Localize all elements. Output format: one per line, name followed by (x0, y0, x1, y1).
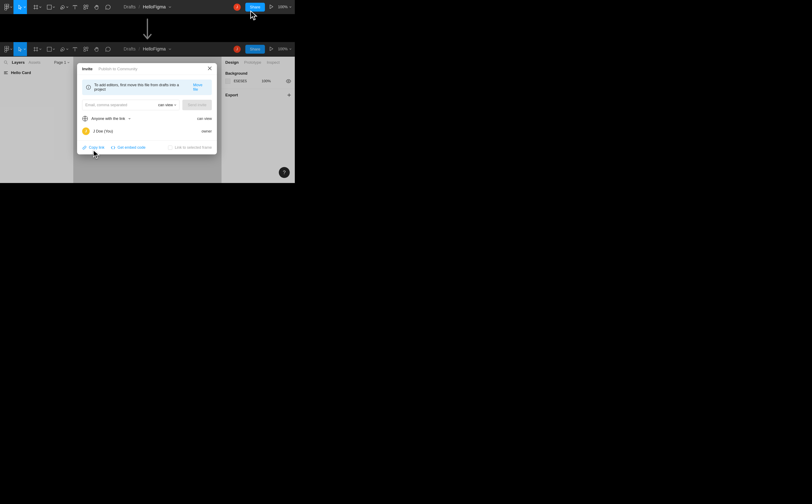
owner-name: J Doe (You) (93, 129, 113, 134)
send-invite-button[interactable]: Send invite (182, 100, 212, 110)
tab-publish[interactable]: Publish to Community (98, 67, 137, 71)
move-file-link[interactable]: Move file (193, 83, 208, 92)
arrow-down-icon (142, 18, 153, 41)
svg-rect-3 (86, 5, 88, 7)
hint-banner: To add editors, first move this file fro… (82, 80, 212, 95)
embed-code-button[interactable]: Get embed code (111, 145, 145, 150)
text-tool[interactable] (69, 0, 80, 14)
hand-tool[interactable] (91, 0, 102, 14)
chevron-down-icon[interactable] (128, 118, 130, 119)
shape-tool[interactable] (43, 0, 56, 14)
globe-icon (82, 116, 88, 122)
svg-rect-4 (84, 8, 85, 9)
svg-rect-1 (47, 5, 51, 9)
link-to-frame-option[interactable]: Link to selected frame (168, 145, 212, 150)
breadcrumb[interactable]: Drafts / HelloFigma (124, 4, 171, 10)
zoom-control[interactable]: 100% (278, 5, 292, 9)
owner-role: owner (201, 129, 212, 134)
link-access-label: Anyone with the link (91, 117, 125, 121)
frame-tool[interactable] (29, 0, 43, 14)
comment-tool[interactable] (102, 0, 113, 14)
share-button[interactable]: Share (245, 3, 265, 12)
chevron-down-icon (10, 7, 12, 8)
comment-icon (105, 4, 110, 10)
text-icon (73, 5, 77, 9)
checkbox-icon[interactable] (168, 146, 172, 150)
hint-text: To add editors, first move this file fro… (94, 83, 190, 92)
svg-point-0 (7, 6, 9, 8)
invite-permission-dropdown[interactable]: can view (158, 103, 176, 107)
share-modal: Invite Publish to Community To add edito… (77, 63, 217, 154)
square-icon (47, 5, 52, 9)
chevron-down-icon (174, 104, 176, 106)
email-placeholder: Email, comma separated (85, 103, 127, 107)
frame-icon (33, 5, 38, 10)
cursor-icon (18, 5, 22, 9)
copy-link-button[interactable]: Copy link (82, 145, 104, 150)
chevron-down-icon[interactable] (169, 6, 171, 8)
code-icon (111, 146, 115, 150)
chevron-down-icon (289, 6, 292, 8)
move-tool[interactable] (13, 0, 27, 14)
owner-row: J J Doe (You) owner (82, 127, 212, 135)
chevron-down-icon (39, 7, 41, 8)
plugins-icon (83, 5, 88, 10)
link-permission[interactable]: can view (197, 117, 212, 121)
chevron-down-icon (24, 7, 26, 8)
breadcrumb-filename[interactable]: HelloFigma (143, 4, 166, 10)
left-panel: Layers Assets Page 1 Hello Card (0, 57, 73, 183)
toolbar-bottom: Drafts / HelloFigma J Share 100% (0, 42, 295, 56)
resources-tool[interactable] (80, 0, 91, 14)
tab-invite[interactable]: Invite (82, 67, 93, 71)
play-icon (270, 5, 273, 9)
pen-icon (60, 5, 65, 10)
avatar[interactable]: J (234, 4, 241, 11)
chevron-down-icon (53, 7, 55, 8)
owner-avatar: J (82, 127, 90, 135)
hand-icon (94, 4, 100, 10)
svg-rect-2 (83, 5, 86, 7)
info-icon (86, 85, 91, 90)
breadcrumb-drafts[interactable]: Drafts (124, 4, 136, 10)
close-button[interactable] (208, 66, 212, 72)
right-panel: Design Prototype Inspect Background E5E5… (222, 57, 295, 183)
link-access-row[interactable]: Anyone with the link can view (82, 116, 212, 122)
figma-logo-icon (4, 4, 9, 10)
help-button[interactable]: ? (279, 167, 290, 178)
svg-point-13 (88, 86, 89, 87)
zoom-value: 100% (278, 5, 288, 9)
chevron-down-icon (66, 7, 68, 8)
toolbar-top: Drafts / HelloFigma J Share 100% (0, 0, 295, 14)
close-icon (208, 66, 212, 70)
figma-menu[interactable] (0, 0, 13, 14)
pen-tool[interactable] (56, 0, 69, 14)
breadcrumb-sep: / (138, 4, 140, 10)
present-button[interactable] (270, 5, 273, 10)
email-field[interactable]: Email, comma separated can view (82, 100, 179, 110)
link-icon (82, 145, 87, 150)
